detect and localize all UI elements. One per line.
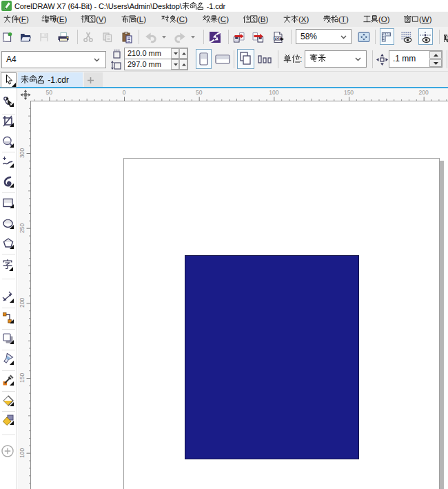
svg-text:PDF: PDF bbox=[274, 37, 281, 41]
